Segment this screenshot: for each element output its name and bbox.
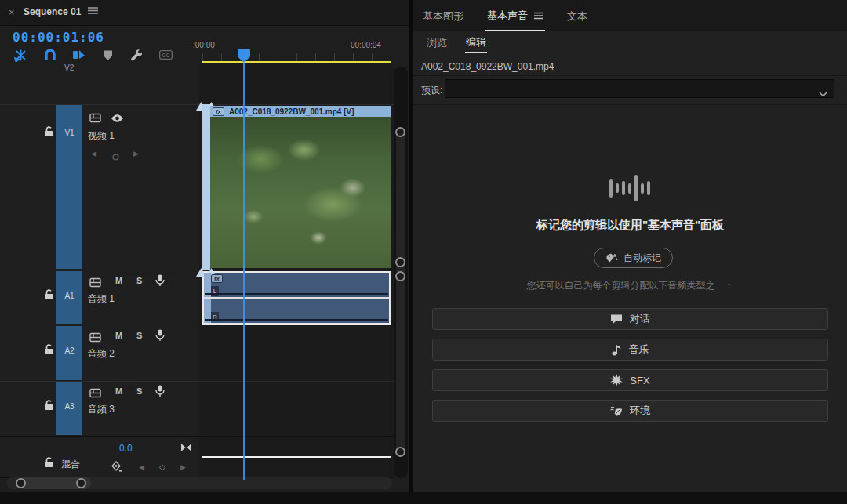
timeline-settings-wrench-icon[interactable] bbox=[130, 49, 144, 62]
close-tab-icon[interactable]: × bbox=[9, 6, 15, 18]
tab-essential-sound[interactable]: 基本声音 bbox=[485, 0, 545, 31]
track-target-a1[interactable]: A1 bbox=[56, 271, 82, 324]
track-lock-icon[interactable] bbox=[44, 344, 54, 358]
audio-waveform-icon bbox=[600, 166, 660, 210]
track-height-handle[interactable] bbox=[395, 127, 405, 137]
time-ruler[interactable] bbox=[202, 53, 391, 61]
fx-badge-icon[interactable]: fx bbox=[213, 107, 224, 116]
panel-menu-icon[interactable] bbox=[88, 5, 98, 17]
essential-sound-panel: 基本图形 基本声音 文本 浏览 编辑 A002_C018_0922BW_001.… bbox=[413, 0, 847, 492]
volume-rubber-band[interactable] bbox=[205, 293, 388, 295]
master-track-name[interactable]: 混合 bbox=[61, 458, 80, 471]
window-bottom-strip bbox=[0, 492, 847, 504]
video-clip[interactable]: fx A002_C018_0922BW_001.mp4 [V] bbox=[202, 104, 391, 270]
video-clip-thumbnail bbox=[210, 117, 391, 268]
prev-keyframe-icon[interactable]: ◀ bbox=[139, 463, 144, 471]
playhead-timecode[interactable]: 00:00:01:06 bbox=[13, 30, 104, 45]
master-track-header: 0.0 混合 ◀ ◇ ▶ bbox=[0, 436, 199, 478]
sync-lock-icon[interactable] bbox=[89, 387, 102, 401]
panel-menu-icon[interactable] bbox=[534, 12, 543, 20]
preset-dropdown[interactable] bbox=[445, 79, 834, 98]
fx-badge-icon[interactable]: fx bbox=[211, 274, 223, 283]
preset-label: 预设: bbox=[421, 84, 442, 97]
zoom-handle-left[interactable] bbox=[16, 478, 26, 488]
channel-divider bbox=[204, 297, 389, 299]
audio-clip[interactable]: fx L R bbox=[202, 271, 391, 325]
track-lock-icon[interactable] bbox=[44, 457, 54, 471]
playhead-line bbox=[243, 63, 245, 480]
sequence-tab[interactable]: Sequence 01 bbox=[24, 6, 81, 17]
empty-state-heading: 标记您的剪辑以使用"基本声音"面板 bbox=[413, 218, 847, 233]
voiceover-mic-icon[interactable] bbox=[155, 385, 165, 401]
mute-button[interactable]: M bbox=[115, 386, 122, 396]
nest-insert-icon[interactable] bbox=[14, 49, 27, 62]
timeline-toolbar: CC bbox=[14, 47, 187, 63]
solo-button[interactable]: S bbox=[136, 331, 142, 340]
auto-tag-button[interactable]: 自动标记 bbox=[594, 248, 673, 268]
vertical-scrollbar[interactable] bbox=[394, 67, 408, 478]
ambience-leaf-icon bbox=[610, 405, 623, 417]
volume-rubber-band[interactable] bbox=[205, 319, 388, 321]
track-height-handle[interactable] bbox=[395, 257, 405, 267]
add-keyframe-dot-icon[interactable] bbox=[112, 150, 119, 164]
assign-type-hint: 您还可以自己为每个剪辑分配以下音频类型之一： bbox=[413, 279, 847, 292]
subtab-edit[interactable]: 编辑 bbox=[465, 31, 487, 53]
music-button[interactable]: 音乐 bbox=[432, 339, 828, 361]
master-volume-line[interactable] bbox=[202, 456, 391, 458]
voiceover-mic-icon[interactable] bbox=[155, 329, 165, 345]
tab-text[interactable]: 文本 bbox=[565, 1, 589, 31]
track-header-a2: A2 M S 音频 2 bbox=[0, 325, 199, 381]
sync-lock-icon[interactable] bbox=[89, 332, 102, 346]
track-target-v1[interactable]: V1 bbox=[56, 105, 82, 269]
track-lock-icon[interactable] bbox=[44, 289, 54, 303]
music-label: 音乐 bbox=[629, 343, 649, 357]
add-marker-icon[interactable] bbox=[101, 49, 115, 62]
ruler-label-start: :00:00 bbox=[193, 41, 215, 49]
clip-trim-handle[interactable] bbox=[202, 104, 210, 270]
keyframe-diamond-icon[interactable]: ◇ bbox=[159, 462, 165, 471]
collapse-bowtie-icon[interactable] bbox=[180, 441, 192, 455]
tab-essential-graphics[interactable]: 基本图形 bbox=[421, 1, 465, 31]
linked-selection-icon[interactable] bbox=[72, 49, 85, 62]
video-clip-title-bar: fx A002_C018_0922BW_001.mp4 [V] bbox=[210, 106, 391, 117]
solo-button[interactable]: S bbox=[136, 276, 142, 285]
mute-button[interactable]: M bbox=[115, 331, 122, 340]
zoom-handle-right[interactable] bbox=[76, 478, 86, 488]
subtab-browse[interactable]: 浏览 bbox=[426, 32, 448, 53]
sfx-button[interactable]: SFX bbox=[432, 369, 828, 391]
track-id-v2[interactable]: V2 bbox=[64, 63, 74, 72]
toggle-track-output-eye-icon[interactable] bbox=[111, 112, 124, 126]
horizontal-scrollbar[interactable] bbox=[6, 477, 392, 489]
track-name-v1[interactable]: 视频 1 bbox=[88, 129, 115, 143]
svg-text:CC: CC bbox=[162, 53, 170, 58]
next-keyframe-icon[interactable]: ▶ bbox=[180, 463, 186, 471]
speech-bubble-icon bbox=[610, 314, 623, 325]
premiere-window: × Sequence 01 00:00:01:06 bbox=[0, 0, 847, 504]
mute-button[interactable]: M bbox=[115, 276, 122, 285]
captions-cc-icon[interactable]: CC bbox=[159, 49, 173, 62]
sync-lock-icon[interactable] bbox=[89, 277, 102, 291]
add-keyframe-icon[interactable] bbox=[111, 461, 122, 475]
track-target-a3[interactable]: A3 bbox=[56, 382, 82, 435]
sync-lock-icon[interactable] bbox=[89, 112, 102, 126]
prev-keyframe-icon[interactable]: ◀ bbox=[91, 150, 96, 158]
track-name-a1[interactable]: 音频 1 bbox=[88, 292, 115, 306]
track-name-a2[interactable]: 音频 2 bbox=[88, 347, 115, 361]
track-name-a3[interactable]: 音频 3 bbox=[88, 403, 115, 416]
ambience-button[interactable]: 环境 bbox=[432, 400, 828, 422]
next-keyframe-icon[interactable]: ▶ bbox=[133, 150, 139, 158]
voiceover-mic-icon[interactable] bbox=[155, 274, 165, 290]
master-volume-value[interactable]: 0.0 bbox=[119, 443, 133, 454]
track-header-v2[interactable]: V2 bbox=[0, 63, 199, 104]
scrollbar-thumb[interactable] bbox=[396, 276, 405, 452]
track-height-handle[interactable] bbox=[395, 271, 405, 281]
track-height-handle[interactable] bbox=[395, 447, 405, 457]
snap-magnet-icon[interactable] bbox=[43, 49, 56, 62]
dialogue-button[interactable]: 对话 bbox=[432, 308, 828, 330]
track-header-v1: V1 视频 1 ◀ ▶ bbox=[0, 104, 199, 270]
track-target-a2[interactable]: A2 bbox=[56, 326, 82, 380]
track-lock-icon[interactable] bbox=[44, 126, 54, 140]
timeline-panel: × Sequence 01 00:00:01:06 bbox=[0, 0, 409, 492]
solo-button[interactable]: S bbox=[136, 386, 142, 396]
track-lock-icon[interactable] bbox=[44, 400, 54, 414]
